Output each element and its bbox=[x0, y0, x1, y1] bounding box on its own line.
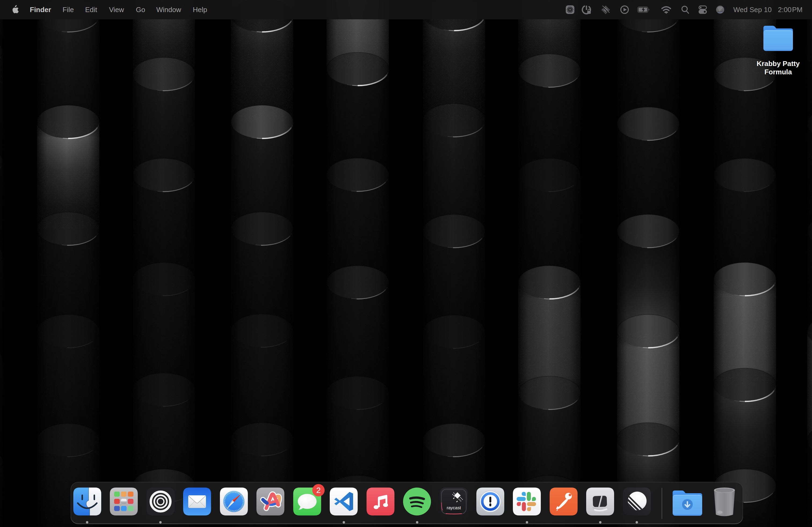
svg-text:raycast: raycast bbox=[447, 505, 461, 510]
